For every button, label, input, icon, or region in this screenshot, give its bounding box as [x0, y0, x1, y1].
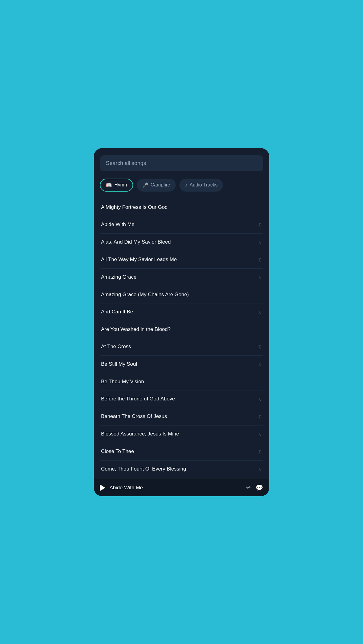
play-pause-button[interactable]: [100, 484, 105, 491]
song-title: Close To Thee: [101, 448, 134, 455]
search-placeholder: Search all songs: [106, 160, 146, 166]
now-playing-bar: Abide With Me ✳ 💬: [94, 479, 269, 496]
song-title: Amazing Grace (My Chains Are Gone): [101, 292, 189, 298]
song-title: Beneath The Cross Of Jesus: [101, 413, 167, 419]
song-item[interactable]: Be Still My Soul♫: [100, 356, 263, 373]
song-item[interactable]: Blessed Assurance, Jesus Is Mine♫: [100, 426, 263, 443]
main-content: Search all songs 📖 Hymn 🎤 Campfire ♪ Aud…: [94, 148, 269, 478]
song-item[interactable]: At The Cross♫: [100, 338, 263, 356]
song-item[interactable]: Alas, And Did My Savior Bleed♫: [100, 234, 263, 251]
tab-hymn-label: Hymn: [114, 182, 127, 188]
music-note-icon: ♫: [258, 309, 262, 315]
now-playing-left: Abide With Me: [100, 484, 143, 491]
campfire-icon: 🎤: [142, 182, 148, 188]
music-note-icon: ♫: [258, 222, 262, 228]
now-playing-actions: ✳ 💬: [246, 484, 263, 491]
song-title: Be Still My Soul: [101, 361, 137, 367]
song-title: A Mighty Fortress Is Our God: [101, 204, 168, 210]
now-playing-title: Abide With Me: [110, 485, 143, 491]
music-note-icon: ♫: [258, 396, 262, 402]
tab-campfire-label: Campfire: [151, 182, 170, 188]
music-note-icon: ♫: [258, 448, 262, 455]
song-item[interactable]: Abide With Me♫: [100, 216, 263, 234]
song-item[interactable]: Close To Thee♫: [100, 443, 263, 461]
song-list: A Mighty Fortress Is Our GodAbide With M…: [100, 199, 263, 478]
song-title: At The Cross: [101, 344, 131, 350]
filter-tabs: 📖 Hymn 🎤 Campfire ♪ Audio Tracks: [100, 179, 263, 192]
song-item[interactable]: Beneath The Cross Of Jesus♫: [100, 408, 263, 426]
music-note-icon: ♫: [258, 274, 262, 280]
hymn-icon: 📖: [106, 182, 112, 188]
song-title: Before the Throne of God Above: [101, 396, 175, 402]
music-note-icon: ♫: [258, 413, 262, 420]
music-note-icon: ♫: [258, 466, 262, 472]
song-title: Come, Thou Fount Of Every Blessing: [101, 466, 186, 472]
song-title: Alas, And Did My Savior Bleed: [101, 239, 171, 245]
chat-icon[interactable]: 💬: [256, 484, 263, 491]
music-note-icon: ♫: [258, 361, 262, 367]
audio-tracks-icon: ♪: [185, 182, 187, 188]
search-bar[interactable]: Search all songs: [100, 155, 263, 171]
song-item[interactable]: All The Way My Savior Leads Me♫: [100, 251, 263, 269]
song-item[interactable]: A Mighty Fortress Is Our God: [100, 199, 263, 216]
song-item[interactable]: Amazing Grace (My Chains Are Gone): [100, 286, 263, 303]
song-title: Amazing Grace: [101, 274, 136, 280]
music-note-icon: ♫: [258, 431, 262, 437]
app-container: Search all songs 📖 Hymn 🎤 Campfire ♪ Aud…: [94, 148, 269, 496]
music-note-icon: ♫: [258, 344, 262, 350]
tab-campfire[interactable]: 🎤 Campfire: [137, 179, 176, 192]
song-title: Blessed Assurance, Jesus Is Mine: [101, 431, 179, 437]
song-item[interactable]: And Can It Be♫: [100, 303, 263, 321]
tab-audio-tracks-label: Audio Tracks: [190, 182, 217, 188]
tab-hymn[interactable]: 📖 Hymn: [100, 179, 133, 192]
song-title: Are You Washed in the Blood?: [101, 326, 171, 332]
song-item[interactable]: Be Thou My Vision: [100, 373, 263, 390]
song-item[interactable]: Come, Thou Fount Of Every Blessing♫: [100, 461, 263, 478]
tab-audio-tracks[interactable]: ♪ Audio Tracks: [179, 179, 223, 192]
song-item[interactable]: Are You Washed in the Blood?: [100, 321, 263, 338]
music-note-icon: ♫: [258, 239, 262, 245]
song-title: And Can It Be: [101, 309, 133, 315]
song-title: All The Way My Savior Leads Me: [101, 257, 177, 263]
song-title: Abide With Me: [101, 222, 135, 228]
music-note-icon: ♫: [258, 257, 262, 263]
song-item[interactable]: Amazing Grace♫: [100, 269, 263, 286]
song-item[interactable]: Before the Throne of God Above♫: [100, 390, 263, 408]
song-title: Be Thou My Vision: [101, 379, 144, 385]
brightness-icon[interactable]: ✳: [246, 484, 251, 491]
